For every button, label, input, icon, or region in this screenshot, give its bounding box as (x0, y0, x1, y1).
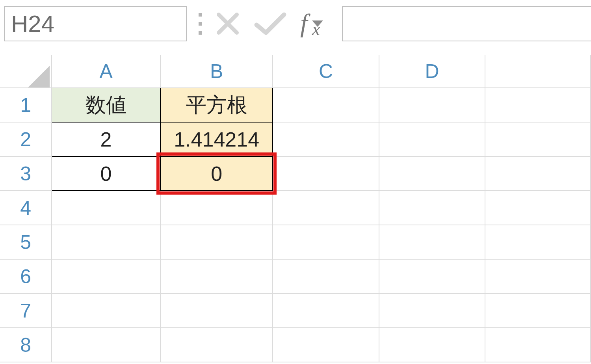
cell-E2[interactable] (485, 122, 591, 156)
formula-input[interactable] (349, 12, 591, 35)
svg-text:x: x (312, 19, 320, 39)
select-all-icon (28, 66, 50, 87)
column-header-E[interactable] (485, 55, 591, 88)
cell-B7[interactable] (160, 293, 273, 328)
column-header-C[interactable]: C (273, 55, 379, 88)
cell-A8[interactable] (52, 328, 160, 362)
formula-bar: f x (0, 0, 591, 47)
cell-E4[interactable] (485, 191, 591, 225)
enter-button[interactable] (253, 7, 287, 41)
cell-D8[interactable] (379, 328, 485, 362)
cell-C3[interactable] (273, 156, 379, 191)
spreadsheet-grid[interactable]: A B C D 1 数値 平方根 2 2 1.414214 (0, 55, 591, 362)
cell-A4[interactable] (52, 191, 160, 225)
name-box[interactable] (4, 6, 187, 41)
cell-E8[interactable] (485, 328, 591, 362)
cell-B6[interactable] (160, 259, 273, 293)
cell-D2[interactable] (379, 122, 485, 156)
cell-C2[interactable] (273, 122, 379, 156)
cell-E6[interactable] (485, 259, 591, 293)
cell-D4[interactable] (379, 191, 485, 225)
row-header-5[interactable]: 5 (0, 225, 52, 259)
cell-C7[interactable] (273, 293, 379, 328)
cell-A2[interactable]: 2 (52, 122, 160, 156)
fx-icon: f x (299, 9, 330, 39)
cell-E3[interactable] (485, 156, 591, 191)
cell-B1[interactable]: 平方根 (160, 88, 273, 122)
cell-C8[interactable] (273, 328, 379, 362)
cell-B8[interactable] (160, 328, 273, 362)
cell-A7[interactable] (52, 293, 160, 328)
cell-C4[interactable] (273, 191, 379, 225)
row-header-3[interactable]: 3 (0, 156, 52, 191)
insert-function-button[interactable]: f x (299, 7, 330, 41)
cell-B3[interactable]: 0 (160, 156, 273, 191)
cell-A6[interactable] (52, 259, 160, 293)
cell-E1[interactable] (485, 88, 591, 122)
row-header-1[interactable]: 1 (0, 88, 52, 122)
cell-D5[interactable] (379, 225, 485, 259)
cell-B5[interactable] (160, 225, 273, 259)
row-header-8[interactable]: 8 (0, 328, 52, 362)
cell-C1[interactable] (273, 88, 379, 122)
svg-text:f: f (300, 9, 310, 37)
cell-D7[interactable] (379, 293, 485, 328)
row-header-4[interactable]: 4 (0, 191, 52, 225)
cell-C6[interactable] (273, 259, 379, 293)
cell-B4[interactable] (160, 191, 273, 225)
select-all-corner[interactable] (0, 55, 52, 88)
cell-A5[interactable] (52, 225, 160, 259)
cancel-button[interactable] (214, 7, 242, 41)
cell-C5[interactable] (273, 225, 379, 259)
cell-A1[interactable]: 数値 (52, 88, 160, 122)
cell-E5[interactable] (485, 225, 591, 259)
row-header-6[interactable]: 6 (0, 259, 52, 293)
column-header-B[interactable]: B (160, 55, 273, 88)
cell-E7[interactable] (485, 293, 591, 328)
cell-B2[interactable]: 1.414214 (160, 122, 273, 156)
formula-input-wrap[interactable] (342, 6, 591, 41)
cell-A3[interactable]: 0 (52, 156, 160, 191)
column-header-D[interactable]: D (379, 55, 485, 88)
cell-D3[interactable] (379, 156, 485, 191)
formula-bar-grip-icon (199, 13, 202, 35)
row-header-7[interactable]: 7 (0, 293, 52, 328)
check-icon (253, 10, 287, 37)
row-header-2[interactable]: 2 (0, 122, 52, 156)
cell-D1[interactable] (379, 88, 485, 122)
column-header-A[interactable]: A (52, 55, 160, 88)
cell-D6[interactable] (379, 259, 485, 293)
x-icon (214, 10, 242, 37)
